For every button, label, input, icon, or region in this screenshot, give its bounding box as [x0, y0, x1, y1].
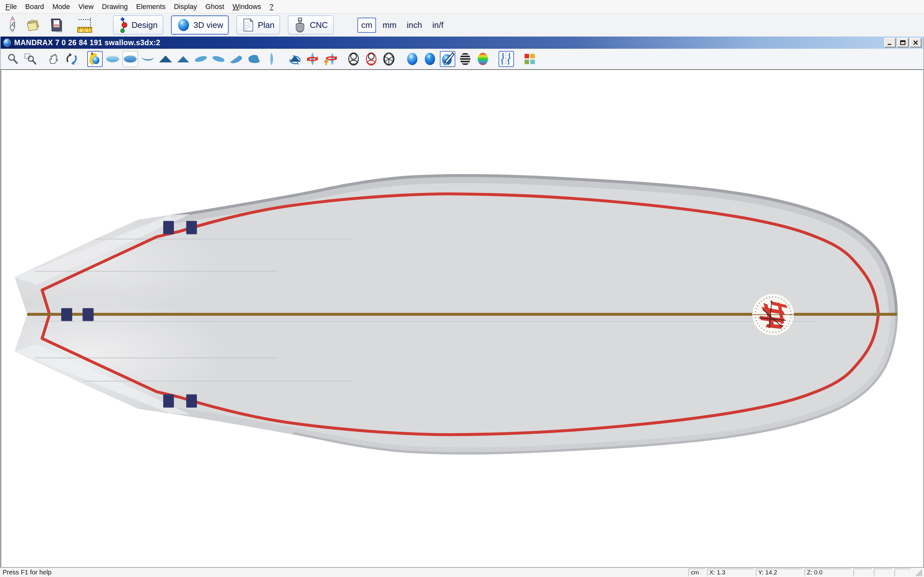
view-top-outline-icon[interactable] — [264, 51, 279, 67]
menu-bar: File Board Mode View Drawing Elements Di… — [0, 0, 924, 13]
spin-axis-icon[interactable] — [305, 51, 320, 67]
status-help-text: Press F1 for help — [3, 569, 51, 576]
window-controls — [884, 38, 921, 47]
board-3d-render — [1, 70, 923, 567]
color-palette-icon[interactable] — [522, 51, 537, 67]
window-title: MANDRAX 7 0 26 84 191 swallow.s3dx:2 — [14, 39, 160, 47]
fin-plug-center-1 — [61, 308, 72, 321]
plan-mode-button[interactable]: Plan — [236, 15, 280, 35]
menu-file[interactable]: File — [1, 1, 21, 13]
minimize-icon — [887, 40, 893, 45]
unit-cm[interactable]: cm — [357, 18, 376, 33]
status-extra-3 — [895, 569, 911, 576]
lighting-icon[interactable] — [87, 51, 103, 67]
unit-inch[interactable]: inch — [403, 18, 426, 32]
view-nose-icon[interactable] — [158, 51, 173, 67]
application-window: File Board Mode View Drawing Elements Di… — [0, 0, 924, 577]
unit-mm[interactable]: mm — [379, 18, 400, 32]
zoom-icon[interactable] — [5, 51, 21, 67]
status-z-coord: Z: 0.0 — [804, 569, 851, 576]
open-file-icon[interactable] — [26, 15, 43, 35]
maximize-icon — [900, 40, 906, 45]
mesh-icon[interactable] — [381, 51, 397, 67]
dimensions-icon[interactable] — [76, 15, 94, 35]
maximize-button[interactable] — [897, 38, 909, 47]
unit-selector: cm mm inch in/f — [355, 18, 447, 33]
view-rail-icon[interactable] — [140, 51, 156, 67]
fin-plug-side-bottom-2 — [186, 394, 197, 408]
rotate-3d-icon[interactable] — [64, 51, 79, 67]
app-icon-sphere — [3, 38, 11, 47]
design-mode-button[interactable]: Design — [113, 15, 163, 35]
view-tail-icon[interactable] — [176, 51, 191, 67]
menu-help[interactable]: ? — [265, 1, 278, 13]
zoom-window-icon[interactable] — [23, 51, 38, 67]
cnc-mode-button[interactable]: CNC — [288, 15, 333, 35]
fin-plug-center-2 — [82, 308, 94, 321]
flow-lines-icon[interactable] — [499, 51, 514, 67]
design-icon — [119, 17, 128, 33]
fin-plug-side-bottom-1 — [163, 394, 174, 408]
render-smooth-icon[interactable] — [405, 51, 420, 67]
resize-grip[interactable] — [914, 568, 923, 577]
view-toolbar — [1, 49, 923, 69]
status-extra-1 — [853, 569, 872, 576]
menu-elements[interactable]: Elements — [132, 1, 170, 13]
status-x-coord: X: 1.3 — [707, 569, 754, 576]
status-y-coord: Y: 14.2 — [756, 569, 803, 576]
menu-view[interactable]: View — [74, 1, 97, 13]
wireframe-icon[interactable] — [346, 51, 361, 67]
status-extra-2 — [874, 569, 893, 576]
render-glossy-icon[interactable] — [422, 51, 438, 67]
menu-board[interactable]: Board — [21, 1, 48, 13]
document-titlebar[interactable]: MANDRAX 7 0 26 84 191 swallow.s3dx:2 — [1, 37, 923, 49]
menu-windows[interactable]: Windows — [228, 1, 265, 13]
plan-icon — [242, 18, 254, 32]
curvature-map-icon[interactable] — [475, 51, 491, 67]
pan-hand-icon[interactable] — [46, 51, 61, 67]
view-perspective-right-icon[interactable] — [246, 51, 262, 67]
wireframe-slices-icon[interactable] — [363, 51, 379, 67]
view-deck-icon[interactable] — [105, 51, 120, 67]
auto-rotate-icon[interactable] — [287, 51, 302, 67]
new-board-icon[interactable] — [4, 15, 21, 35]
save-icon[interactable] — [47, 15, 65, 35]
3d-view-mode-button[interactable]: 3D view — [171, 15, 229, 35]
board-outline — [1, 174, 898, 455]
menu-display[interactable]: Display — [170, 1, 201, 13]
cnc-icon — [294, 17, 306, 33]
view-tilt-left-icon[interactable] — [193, 51, 208, 67]
status-panels: cm X: 1.3 Y: 14.2 Z: 0.0 — [688, 568, 923, 577]
view-bottom-icon[interactable] — [123, 51, 138, 67]
status-bar: Press F1 for help cm X: 1.3 Y: 14.2 Z: 0… — [0, 567, 924, 577]
view-tilt-right-icon[interactable] — [211, 51, 226, 67]
close-button[interactable] — [910, 38, 921, 47]
3d-view-icon — [177, 18, 190, 32]
view-perspective-left-icon[interactable] — [228, 51, 244, 67]
menu-ghost[interactable]: Ghost — [201, 1, 228, 13]
design-canvas[interactable] — [1, 69, 923, 567]
fin-plug-side-top-2 — [186, 221, 197, 234]
board-logo — [752, 294, 794, 335]
menu-drawing[interactable]: Drawing — [98, 1, 132, 13]
spin-move-icon[interactable] — [322, 51, 338, 67]
fin-plug-side-top-1 — [163, 221, 174, 234]
menu-mode[interactable]: Mode — [48, 1, 74, 13]
zebra-stripes-icon[interactable] — [457, 51, 473, 67]
unit-inf[interactable]: in/f — [429, 18, 447, 32]
status-unit: cm — [688, 569, 705, 576]
minimize-button[interactable] — [884, 38, 896, 47]
paint-texture-icon[interactable] — [440, 51, 455, 67]
document-window: MANDRAX 7 0 26 84 191 swallow.s3dx:2 — [0, 37, 924, 567]
close-icon — [913, 40, 919, 45]
main-toolbar: Design 3D view Plan — [0, 13, 924, 37]
